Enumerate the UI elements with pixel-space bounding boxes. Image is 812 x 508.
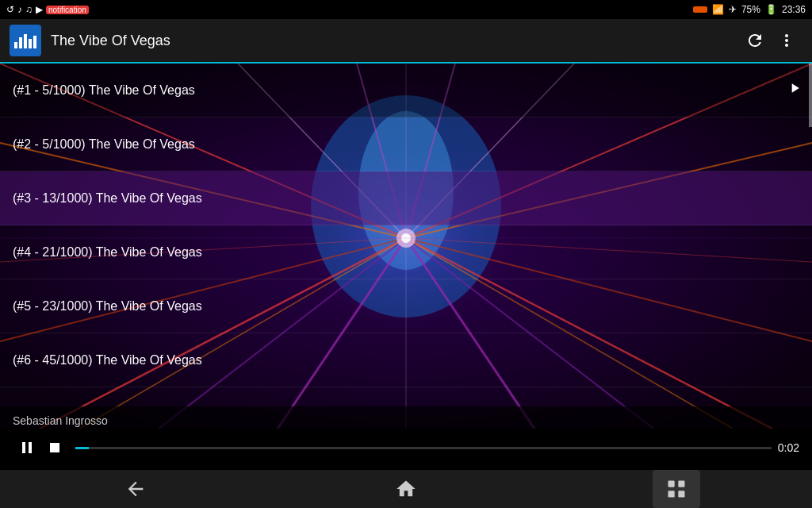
back-button[interactable]	[112, 470, 159, 508]
svg-rect-28	[668, 481, 675, 487]
track-item-5[interactable]: (#5 - 23/1000) The Vibe Of Vegas	[0, 279, 812, 333]
track-4-label: (#4 - 21/1000) The Vibe Of Vegas	[13, 245, 202, 260]
player-time: 0:02	[778, 441, 799, 454]
track-item-4[interactable]: (#4 - 21/1000) The Vibe Of Vegas	[0, 225, 812, 279]
track-5-label: (#5 - 23/1000) The Vibe Of Vegas	[13, 299, 202, 314]
track-item-2[interactable]: (#2 - 5/1000) The Vibe Of Vegas	[0, 117, 812, 171]
more-options-button[interactable]	[771, 25, 802, 56]
player-controls: 0:02	[13, 433, 799, 462]
refresh-status-icon: ↺	[6, 4, 14, 15]
progress-bar[interactable]	[75, 447, 772, 449]
status-bar: ↺ ♪ ♫ ▶ notification 📶 ✈ 75% 🔋 23:36	[0, 0, 812, 19]
scroll-indicator	[809, 64, 812, 127]
music-note-icon: ♪	[17, 4, 22, 15]
video-icon: ▶	[36, 4, 43, 15]
refresh-button[interactable]	[739, 25, 771, 56]
trance-logo	[14, 33, 36, 48]
track-1-label: (#1 - 5/1000) The Vibe Of Vegas	[13, 83, 195, 98]
pause-button[interactable]	[13, 433, 40, 462]
wifi-icon: 📶	[712, 4, 724, 15]
airplane-icon: ✈	[729, 4, 737, 15]
progress-fill	[75, 447, 90, 449]
home-button[interactable]	[382, 470, 430, 508]
track-item-6[interactable]: (#6 - 45/1000) The Vibe Of Vegas	[0, 333, 812, 387]
status-icons: ↺ ♪ ♫ ▶ notification	[6, 4, 89, 15]
track-2-label: (#2 - 5/1000) The Vibe Of Vegas	[13, 137, 195, 152]
stop-button[interactable]	[40, 433, 68, 462]
bar2	[19, 37, 22, 48]
clock: 23:36	[782, 4, 806, 15]
svg-rect-31	[679, 491, 685, 497]
battery-icon: 🔋	[765, 4, 777, 15]
status-right-icons: 📶 ✈ 75% 🔋 23:36	[693, 4, 806, 15]
notification-badge: notification	[46, 6, 89, 14]
track-item-3[interactable]: (#3 - 13/1000) The Vibe Of Vegas	[0, 171, 812, 225]
track-3-label: (#3 - 13/1000) The Vibe Of Vegas	[13, 191, 202, 206]
app-title: The Vibe Of Vegas	[51, 33, 739, 49]
orange-indicator	[693, 6, 707, 13]
play-icon-1	[787, 80, 802, 100]
recents-button[interactable]	[653, 470, 700, 508]
bottom-player: Sebastian Ingrosso 0:02	[0, 406, 812, 470]
app-bar: The Vibe Of Vegas	[0, 19, 812, 64]
app-icon	[10, 25, 41, 56]
player-artist: Sebastian Ingrosso	[13, 414, 799, 427]
track-item-1[interactable]: (#1 - 5/1000) The Vibe Of Vegas	[0, 64, 812, 117]
track-list: (#1 - 5/1000) The Vibe Of Vegas (#2 - 5/…	[0, 64, 812, 387]
bar4	[29, 39, 32, 48]
svg-rect-29	[668, 491, 675, 497]
bar1	[14, 42, 17, 48]
music-icon: ♫	[25, 4, 33, 15]
bar3	[24, 34, 27, 48]
track-6-label: (#6 - 45/1000) The Vibe Of Vegas	[13, 353, 202, 368]
svg-rect-30	[679, 481, 685, 487]
battery-text: 75%	[741, 4, 760, 15]
nav-bar	[0, 470, 812, 508]
bar5	[33, 36, 36, 48]
